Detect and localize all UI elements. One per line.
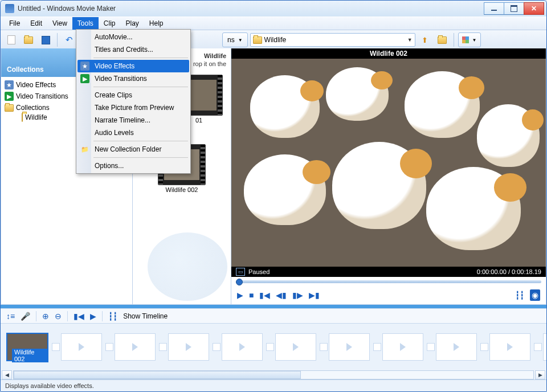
- tools-menu-item[interactable]: Titles and Credits...: [77, 43, 189, 56]
- scroll-handle[interactable]: [14, 371, 301, 379]
- tools-menu-item[interactable]: Audio Levels: [77, 126, 189, 139]
- status-bar: Displays available video effects.: [1, 379, 546, 391]
- up-level-button[interactable]: ⬆: [418, 32, 432, 47]
- scroll-left-button[interactable]: ◀: [2, 370, 12, 379]
- menu-tools[interactable]: Tools: [72, 17, 99, 30]
- storyboard-slot[interactable]: [543, 333, 547, 361]
- play-timeline-button[interactable]: ▶: [90, 312, 96, 321]
- stop-button[interactable]: ■: [249, 291, 254, 300]
- transition-slot[interactable]: [372, 334, 382, 360]
- title-bar: Untitled - Windows Movie Maker: [1, 1, 546, 17]
- zoom-out-button[interactable]: ⊖: [55, 312, 62, 321]
- split-clip-button[interactable]: ┇┇: [515, 291, 524, 300]
- tools-menu-item-label: Video Transitions: [95, 75, 147, 83]
- tools-menu-item[interactable]: 📁New Collection Folder: [77, 143, 189, 156]
- tools-menu-item[interactable]: Create Clips: [77, 89, 189, 101]
- storyboard-slot[interactable]: [436, 333, 477, 361]
- scroll-track[interactable]: [13, 370, 534, 379]
- transition-slot[interactable]: [426, 334, 436, 360]
- transition-slot[interactable]: [104, 334, 115, 360]
- tools-menu-item-label: New Collection Folder: [95, 145, 161, 153]
- folder-icon: [24, 36, 33, 44]
- audio-levels-icon[interactable]: ↕≡: [6, 312, 15, 321]
- menu-clip[interactable]: Clip: [99, 17, 121, 30]
- location-combo[interactable]: Wildlife ▼: [250, 33, 415, 47]
- storyboard-cell[interactable]: [426, 333, 477, 361]
- storyboard-cell[interactable]: [104, 333, 156, 361]
- next-clip-button[interactable]: ▶▮: [309, 291, 320, 300]
- prev-frame-button[interactable]: ◀▮: [276, 291, 287, 300]
- tools-menu-item[interactable]: ★Video Effects: [77, 60, 189, 72]
- tools-menu-item[interactable]: ▶Video Transitions: [77, 72, 189, 85]
- tools-menu-dropdown: AutoMovie...Titles and Credits...★Video …: [76, 29, 191, 174]
- show-timeline-icon: ┇┇: [108, 312, 117, 321]
- storyboard-slot[interactable]: [115, 333, 156, 361]
- storyboard-cell[interactable]: [319, 333, 370, 361]
- seek-thumb[interactable]: [236, 279, 243, 285]
- storyboard-slot[interactable]: [168, 333, 209, 361]
- storyboard-scrollbar[interactable]: ◀ ▶: [1, 370, 546, 380]
- storyboard-slot[interactable]: [329, 333, 370, 361]
- storyboard-cell[interactable]: [51, 333, 102, 361]
- rewind-button[interactable]: ▮◀: [74, 312, 84, 321]
- folder-icon: [253, 36, 262, 44]
- save-project-button[interactable]: [38, 32, 53, 47]
- scroll-right-button[interactable]: ▶: [535, 370, 545, 379]
- transition-slot[interactable]: [319, 334, 329, 360]
- storyboard-cell[interactable]: [372, 333, 423, 361]
- maximize-button[interactable]: [504, 2, 524, 15]
- storyboard-cell[interactable]: [479, 333, 530, 361]
- undo-button[interactable]: [62, 32, 76, 47]
- storyboard-slot[interactable]: [222, 333, 263, 361]
- minimize-button[interactable]: [484, 2, 504, 15]
- menu-separator: [93, 58, 188, 58]
- close-button[interactable]: [524, 2, 544, 15]
- transition-slot[interactable]: [158, 334, 168, 360]
- storyboard-cell[interactable]: [265, 333, 316, 361]
- collections-dropdown-button[interactable]: ns ▼: [222, 32, 248, 47]
- storyboard-clip[interactable]: Wildlife 002: [6, 333, 48, 361]
- collection-hint-rest: rop it on the: [193, 60, 226, 67]
- storyboard[interactable]: Wildlife 002: [1, 324, 546, 370]
- new-folder-button[interactable]: [435, 32, 450, 47]
- transition-slot[interactable]: [51, 334, 61, 360]
- storyboard-cell[interactable]: [158, 333, 209, 361]
- fullscreen-icon[interactable]: ▭: [236, 268, 245, 276]
- storyboard-slot[interactable]: [61, 333, 102, 361]
- tools-menu-item-label: Audio Levels: [95, 129, 134, 137]
- menu-view[interactable]: View: [47, 17, 72, 30]
- storyboard-slot[interactable]: [489, 333, 530, 361]
- play-icon: ▶: [5, 92, 14, 101]
- transition-slot[interactable]: [211, 334, 222, 360]
- storyboard-slot[interactable]: [382, 333, 423, 361]
- preview-video[interactable]: [231, 59, 546, 267]
- narrate-icon[interactable]: 🎤: [21, 312, 30, 321]
- menu-help[interactable]: Help: [144, 17, 169, 30]
- toolbar-separator: [57, 33, 58, 47]
- tools-menu-item[interactable]: Narrate Timeline...: [77, 114, 189, 126]
- seek-bar[interactable]: [231, 277, 546, 286]
- tools-menu-item[interactable]: Options...: [77, 160, 189, 172]
- storyboard-cell[interactable]: [211, 333, 263, 361]
- prev-clip-button[interactable]: ▮◀: [259, 291, 270, 300]
- next-frame-button[interactable]: ▮▶: [292, 291, 303, 300]
- open-project-button[interactable]: [21, 32, 36, 47]
- menu-edit[interactable]: Edit: [25, 17, 47, 30]
- preview-panel: Wildlife 002 ▭ Paused: [231, 48, 546, 305]
- take-picture-button[interactable]: ◉: [530, 289, 540, 301]
- play-button[interactable]: ▶: [237, 291, 243, 300]
- show-timeline-button[interactable]: Show Timeline: [123, 312, 168, 320]
- tools-menu-item[interactable]: Take Picture from Preview: [77, 101, 189, 114]
- zoom-in-button[interactable]: ⊕: [42, 312, 49, 321]
- transition-slot[interactable]: [479, 334, 489, 360]
- storyboard-cell[interactable]: [533, 333, 547, 361]
- view-thumbnails-button[interactable]: ▼: [458, 32, 481, 47]
- transition-slot[interactable]: [533, 334, 543, 360]
- menu-file[interactable]: File: [4, 17, 25, 30]
- tools-menu-item[interactable]: AutoMovie...: [77, 31, 189, 43]
- transition-slot[interactable]: [265, 334, 275, 360]
- menu-play[interactable]: Play: [121, 17, 144, 30]
- new-project-button[interactable]: [4, 32, 19, 47]
- toolbar-separator: [454, 33, 454, 47]
- storyboard-slot[interactable]: [275, 333, 316, 361]
